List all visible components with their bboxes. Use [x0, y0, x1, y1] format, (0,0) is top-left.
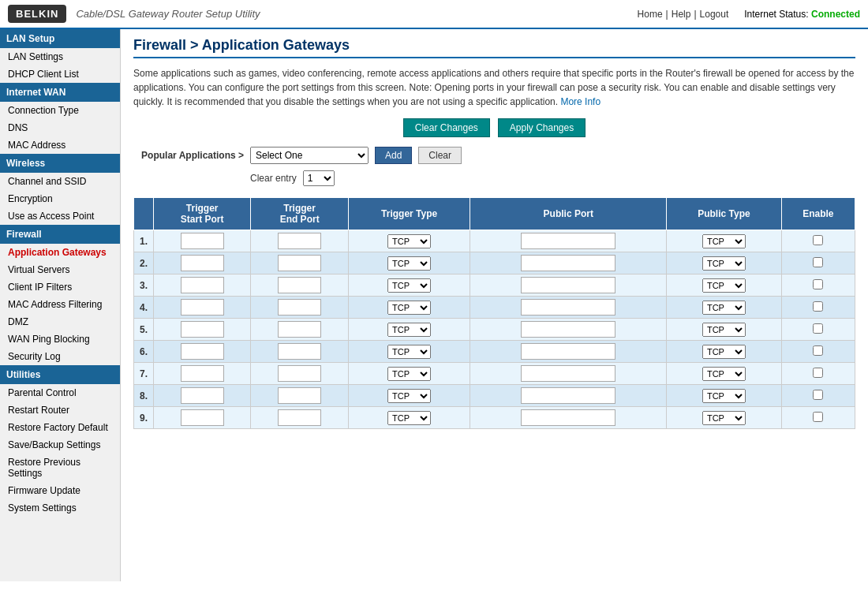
trigger-type-select-7[interactable]: TCPUDPBoth	[387, 367, 431, 381]
sidebar-section-lan-setup[interactable]: LAN Setup	[0, 29, 120, 48]
trigger-start-input-9[interactable]	[181, 409, 224, 426]
public-port-input-7[interactable]	[521, 365, 615, 382]
trigger-start-input-1[interactable]	[181, 233, 224, 249]
sidebar-item-encryption[interactable]: Encryption	[0, 190, 120, 207]
sidebar-item-connection-type[interactable]: Connection Type	[0, 102, 120, 119]
trigger-type-select-6[interactable]: TCPUDPBoth	[387, 345, 431, 359]
clear-button[interactable]: Clear	[418, 147, 462, 164]
sidebar-item-dmz[interactable]: DMZ	[0, 313, 120, 330]
trigger-end-input-9[interactable]	[278, 409, 321, 426]
sidebar-item-restore-factory-default[interactable]: Restore Factory Default	[0, 419, 120, 436]
enable-checkbox-1[interactable]	[813, 235, 823, 245]
sidebar-item-restart-router[interactable]: Restart Router	[0, 401, 120, 419]
top-bar: BELKIN Cable/DSL Gateway Router Setup Ut…	[0, 0, 868, 29]
trigger-end-input-5[interactable]	[278, 321, 321, 338]
sidebar-item-save-backup-settings[interactable]: Save/Backup Settings	[0, 436, 120, 454]
public-port-input-3[interactable]	[521, 277, 615, 293]
enable-checkbox-2[interactable]	[813, 257, 823, 267]
sidebar-section-firewall[interactable]: Firewall	[0, 225, 120, 244]
trigger-type-select-9[interactable]: TCPUDPBoth	[387, 411, 431, 425]
public-port-input-4[interactable]	[521, 299, 615, 316]
enable-checkbox-8[interactable]	[813, 390, 823, 400]
sidebar-item-channel-ssid[interactable]: Channel and SSID	[0, 173, 120, 190]
public-type-select-5[interactable]: TCPUDPBoth	[702, 323, 746, 337]
more-info-link[interactable]: More Info	[560, 96, 600, 107]
sidebar-section-utilities[interactable]: Utilities	[0, 365, 120, 384]
trigger-type-select-1[interactable]: TCPUDPBoth	[387, 234, 431, 248]
trigger-start-input-6[interactable]	[181, 343, 224, 360]
trigger-end-input-4[interactable]	[278, 299, 321, 316]
trigger-start-input-7[interactable]	[181, 365, 224, 382]
trigger-type-select-5[interactable]: TCPUDPBoth	[387, 323, 431, 337]
trigger-end-input-6[interactable]	[278, 343, 321, 360]
trigger-end-input-8[interactable]	[278, 387, 321, 404]
clear-entry-select[interactable]: 1234 56789	[303, 170, 335, 186]
trigger-start-input-5[interactable]	[181, 321, 224, 338]
sidebar-item-lan-settings[interactable]: LAN Settings	[0, 48, 120, 65]
sidebar-item-wan-ping-blocking[interactable]: WAN Ping Blocking	[0, 330, 120, 348]
enable-checkbox-6[interactable]	[813, 345, 823, 356]
trigger-start-input-3[interactable]	[181, 277, 224, 293]
clear-changes-button[interactable]: Clear Changes	[403, 118, 490, 137]
sidebar-item-mac-address[interactable]: MAC Address	[0, 136, 120, 154]
trigger-end-input-7[interactable]	[278, 365, 321, 382]
row-number-7: 7.	[134, 363, 154, 385]
table-row: 3. TCPUDPBoth TCPUDPBoth	[134, 274, 855, 297]
enable-checkbox-7[interactable]	[813, 368, 823, 378]
trigger-type-select-8[interactable]: TCPUDPBoth	[387, 389, 431, 403]
enable-checkbox-3[interactable]	[813, 279, 823, 289]
public-type-select-9[interactable]: TCPUDPBoth	[702, 411, 746, 425]
popular-apps-dropdown[interactable]: Select One	[250, 147, 369, 164]
apply-changes-button[interactable]: Apply Changes	[498, 118, 586, 137]
enable-checkbox-9[interactable]	[813, 412, 823, 422]
sidebar-item-mac-address-filtering[interactable]: MAC Address Filtering	[0, 296, 120, 313]
public-port-input-1[interactable]	[521, 233, 615, 249]
trigger-type-select-4[interactable]: TCPUDPBoth	[387, 301, 431, 315]
trigger-end-input-2[interactable]	[278, 255, 321, 271]
sidebar-item-client-ip-filters[interactable]: Client IP Filters	[0, 278, 120, 296]
clear-entry-row: Clear entry 1234 56789	[250, 170, 855, 186]
sidebar-item-system-settings[interactable]: System Settings	[0, 499, 120, 517]
public-port-input-8[interactable]	[521, 387, 615, 404]
sidebar-section-internet-wan[interactable]: Internet WAN	[0, 83, 120, 102]
logout-link[interactable]: Logout	[700, 9, 729, 20]
trigger-start-input-4[interactable]	[181, 299, 224, 316]
public-port-input-5[interactable]	[521, 321, 615, 338]
add-button[interactable]: Add	[375, 147, 412, 164]
sidebar-item-firmware-update[interactable]: Firmware Update	[0, 482, 120, 499]
nav-right: Home | Help | Logout Internet Status: Co…	[638, 9, 860, 20]
public-type-select-8[interactable]: TCPUDPBoth	[702, 389, 746, 403]
public-type-select-6[interactable]: TCPUDPBoth	[702, 345, 746, 359]
public-type-select-1[interactable]: TCPUDPBoth	[702, 234, 746, 248]
trigger-end-input-3[interactable]	[278, 277, 321, 293]
trigger-type-select-2[interactable]: TCPUDPBoth	[387, 256, 431, 271]
sidebar-item-parental-control[interactable]: Parental Control	[0, 384, 120, 401]
public-type-select-4[interactable]: TCPUDPBoth	[702, 301, 746, 315]
trigger-start-input-8[interactable]	[181, 387, 224, 404]
sidebar-item-application-gateways[interactable]: Application Gateways	[0, 244, 120, 261]
home-link[interactable]: Home	[638, 9, 663, 20]
sidebar-item-dhcp-client-list[interactable]: DHCP Client List	[0, 65, 120, 83]
public-port-input-9[interactable]	[521, 409, 615, 426]
trigger-start-input-2[interactable]	[181, 255, 224, 271]
trigger-start-cell-8	[154, 385, 251, 407]
public-port-input-2[interactable]	[521, 255, 615, 271]
help-link[interactable]: Help	[672, 9, 691, 20]
public-type-select-2[interactable]: TCPUDPBoth	[702, 256, 746, 271]
sidebar-section-wireless[interactable]: Wireless	[0, 154, 120, 173]
sidebar-item-dns[interactable]: DNS	[0, 119, 120, 136]
sidebar-item-virtual-servers[interactable]: Virtual Servers	[0, 261, 120, 278]
trigger-type-select-3[interactable]: TCPUDPBoth	[387, 278, 431, 293]
public-type-select-7[interactable]: TCPUDPBoth	[702, 367, 746, 381]
trigger-end-input-1[interactable]	[278, 233, 321, 249]
trigger-start-cell-3	[154, 274, 251, 297]
public-port-input-6[interactable]	[521, 343, 615, 360]
sidebar-item-restore-previous-settings[interactable]: Restore Previous Settings	[0, 454, 120, 482]
enable-checkbox-4[interactable]	[813, 301, 823, 312]
public-port-cell-6	[470, 341, 667, 363]
sidebar-item-security-log[interactable]: Security Log	[0, 348, 120, 365]
sidebar-item-use-as-access-point[interactable]: Use as Access Point	[0, 207, 120, 225]
enable-checkbox-5[interactable]	[813, 323, 823, 334]
public-type-select-3[interactable]: TCPUDPBoth	[702, 278, 746, 293]
col-public-type: Public Type	[667, 198, 782, 230]
